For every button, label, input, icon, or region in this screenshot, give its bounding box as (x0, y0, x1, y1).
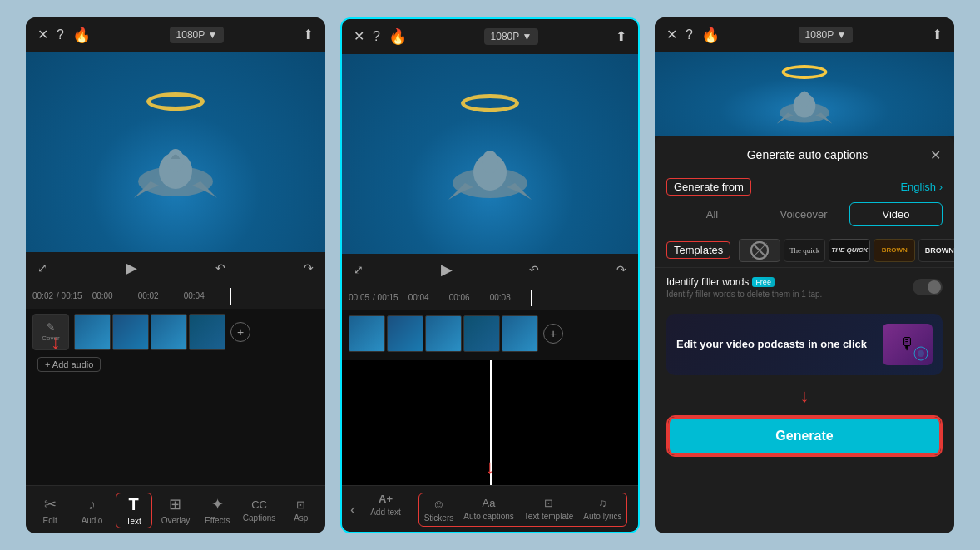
tab-all[interactable]: All (666, 203, 758, 225)
track-area-1: ✎ Cover + + Add audio ↓ (26, 309, 325, 485)
vthumb2-2 (387, 315, 423, 352)
auto-captions-label: Auto captions (463, 512, 514, 521)
add-audio-btn[interactable]: + Add audio (37, 357, 101, 372)
effects-label: Effects (205, 516, 230, 525)
upload-btn-3[interactable]: ⬆ (932, 27, 943, 42)
redo-icon-2[interactable]: ↷ (616, 263, 626, 276)
halo-ring-3 (782, 65, 828, 79)
toolbar-overlay[interactable]: ⊞ Overlay (157, 495, 194, 525)
add-text-icon: A+ (379, 493, 393, 505)
video-area-2 (342, 54, 638, 254)
toolbar-aspect[interactable]: ⊡ Asp (283, 498, 319, 523)
filler-info: Identify filler words Free Identify fill… (666, 276, 822, 299)
top-bar-3: ✕ ? 🔥 1080P ▼ ⬆ (655, 17, 954, 52)
vthumb-2 (112, 314, 149, 350)
toolbar-effects[interactable]: ✦ Effects (199, 495, 235, 525)
toolbar-auto-lyrics[interactable]: ♫ Auto lyrics (578, 493, 626, 526)
help-button-1[interactable]: ? (57, 27, 64, 42)
top-bar-left: ✕ ? 🔥 (37, 26, 91, 44)
toolbar-captions[interactable]: CC Captions (241, 498, 278, 523)
bottom-toolbar-2: ‹ A+ Add text ☺ Stickers Aa Auto caption… (342, 485, 638, 532)
redo-icon-1[interactable]: ↷ (304, 261, 314, 275)
undo-icon-1[interactable]: ↶ (215, 261, 225, 275)
t1-1: 00:00 (92, 291, 113, 300)
text-icon: T (129, 495, 139, 514)
resolution-btn-1[interactable]: 1080P ▼ (170, 27, 225, 43)
play-btn-1[interactable]: ▶ (126, 259, 137, 277)
video-track-1: + (74, 314, 319, 350)
resolution-btn-2[interactable]: 1080P ▼ (484, 28, 539, 45)
tab-video[interactable]: Video (849, 202, 943, 226)
panel-3: ✕ ? 🔥 1080P ▼ ⬆ Generate auto captions ✕… (655, 17, 954, 533)
back-btn-2[interactable]: ‹ (345, 501, 360, 518)
upload-btn-1[interactable]: ⬆ (303, 27, 314, 42)
language-btn[interactable]: English › (900, 181, 943, 193)
svg-point-12 (918, 350, 924, 357)
undo-icon-2[interactable]: ↶ (529, 263, 539, 276)
toolbar-edit[interactable]: ✂ Edit (32, 495, 68, 525)
dolphin-svg-3 (771, 82, 838, 127)
tabs-row: All Voiceover Video (655, 202, 954, 235)
toolbar-add-text[interactable]: A+ Add text (368, 493, 404, 527)
dolphin-svg-2 (440, 137, 540, 204)
red-arrow-1: ↓ (51, 332, 61, 352)
expand-icon-1[interactable]: ⤢ (37, 261, 47, 275)
filler-toggle[interactable] (913, 279, 943, 295)
t1-3: 00:04 (184, 291, 205, 300)
timeline-1: 00:02 / 00:15 00:00 00:02 00:04 (26, 284, 325, 309)
template-brown2[interactable]: BROWN (918, 239, 954, 262)
add-audio-row: + Add audio ↓ (32, 357, 319, 372)
template-the-quick[interactable]: THE QUICK (829, 239, 870, 262)
close-button-2[interactable]: ✕ (354, 28, 364, 44)
toolbar-auto-captions[interactable]: Aa Auto captions (458, 493, 519, 526)
generate-btn[interactable]: Generate (668, 417, 941, 455)
template-brown[interactable]: BROWN (874, 239, 915, 262)
templates-label: Templates (666, 241, 730, 259)
generate-section: Generate (655, 410, 954, 467)
dolphin-svg-1 (126, 136, 225, 202)
stickers-icon: ☺ (433, 497, 445, 511)
captions-label: Captions (243, 513, 275, 523)
tab-voiceover[interactable]: Voiceover (758, 203, 849, 225)
top-bar-2: ✕ ? 🔥 1080P ▼ ⬆ (342, 19, 638, 54)
svg-point-8 (799, 91, 809, 107)
down-arrow-container: ↓ (655, 382, 954, 410)
filler-desc: Identify filler words to delete them in … (666, 290, 822, 299)
resolution-btn-3[interactable]: 1080P ▼ (799, 27, 854, 43)
template-quick[interactable]: The quick (784, 239, 825, 262)
close-button-3[interactable]: ✕ (666, 27, 677, 42)
toolbar-audio[interactable]: ♪ Audio (73, 496, 110, 525)
add-clip-btn-2[interactable]: + (543, 324, 563, 344)
vthumb-1 (74, 314, 111, 350)
toolbar-text-template[interactable]: ⊡ Text template (519, 493, 578, 526)
t2-2: 00:06 (449, 293, 470, 302)
filler-title-text: Identify filler words (666, 276, 749, 288)
add-clip-btn-1[interactable]: + (230, 322, 250, 342)
top-bar-left-3: ✕ ? 🔥 (666, 26, 720, 44)
toolbar-stickers[interactable]: ☺ Stickers (419, 493, 459, 526)
highlighted-toolbar-group: ☺ Stickers Aa Auto captions ⊡ Text templ… (418, 493, 628, 527)
vthumb2-5 (502, 315, 538, 352)
podcast-thumbnail: 🎙 (883, 324, 933, 365)
template-none[interactable] (739, 239, 780, 262)
podcast-banner: Edit your video podcasts in one click 🎙 (666, 314, 943, 375)
auto-lyrics-label: Auto lyrics (583, 512, 621, 521)
timeline-2: 00:05 / 00:15 00:04 00:06 00:08 (342, 285, 638, 310)
podcast-title: Edit your video podcasts in one click (676, 338, 867, 350)
caption-close-btn[interactable]: ✕ (930, 147, 941, 163)
generate-btn-wrapper: Generate (666, 415, 943, 457)
help-button-3[interactable]: ? (686, 27, 693, 42)
controls-bar-2: ⤢ ▶ ↶ ↷ (342, 254, 638, 285)
text-label: Text (126, 517, 141, 526)
toolbar-text[interactable]: T Text (116, 493, 152, 528)
time-total-2: / 00:15 (373, 293, 398, 302)
svg-point-9 (751, 242, 768, 259)
top-bar-left-2: ✕ ? 🔥 (354, 27, 407, 46)
play-btn-2[interactable]: ▶ (441, 260, 453, 279)
time-cursor-2 (531, 290, 532, 306)
audio-icon: ♪ (88, 496, 96, 513)
close-button-1[interactable]: ✕ (37, 27, 48, 42)
upload-btn-2[interactable]: ⬆ (616, 28, 626, 44)
expand-icon-2[interactable]: ⤢ (354, 263, 364, 276)
help-button-2[interactable]: ? (373, 29, 380, 44)
